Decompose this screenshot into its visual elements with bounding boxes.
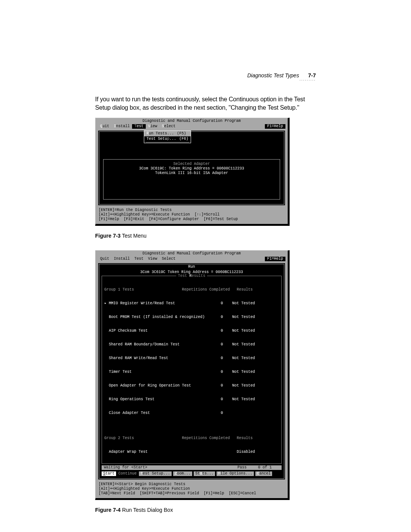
test-dropdown: Run Tests... (F5) Test Setup... (F6) [144,131,191,143]
test-row[interactable]: AIP Checksum Test 0 Not Tested [104,329,279,333]
figure-7-4-screenshot: Diagnostic and Manual Configuration Prog… [95,250,290,500]
test-setup-button[interactable]: Test Setup... [139,471,172,476]
group1-header: Group 1 Tests Repetitions Completed Resu… [104,288,279,292]
menu-quit[interactable]: Quit [98,124,112,129]
group2-header: Group 2 Tests Repetitions Completed Resu… [104,436,279,441]
menu-quit-2[interactable]: Quit [98,257,112,261]
menu-test[interactable]: Test [132,124,146,129]
menu-select[interactable]: Select [159,124,178,129]
status-bar: [ENTER]=Run the Diagnostic Tests [Alt]+<… [96,207,288,222]
figure-7-3-screenshot: Diagnostic and Manual Configuration Prog… [95,118,290,226]
menu-test-2[interactable]: Test [132,257,146,261]
program-title: Diagnostic and Manual Configuration Prog… [96,118,288,124]
waiting-label: Waiting for <Start> [104,465,147,470]
pass-label: Pass [237,465,247,470]
test-row[interactable]: Shared RAM Write/Read Test 0 Not Tested [104,356,279,361]
menu-install-2[interactable]: Install [112,257,132,261]
stats-button[interactable]: Stats... [194,471,215,476]
selected-adapter-label: Selected Adapter [172,162,211,166]
test-row[interactable]: Open Adapter for Ring Operation Test 0 N… [104,383,279,388]
adapter-line-1: 3Com 3C619C: Token Ring Address = 00608C… [106,166,277,171]
page: Diagnostic Test Types 7-7 ········· If y… [0,0,411,532]
status-bar-2: [ENTER]=<Start> Begin Diagnostic Tests [… [96,481,288,497]
main-area: Run Tests... (F5) Test Setup... (F6) Sel… [98,130,285,206]
page-number: 7-7 [308,72,316,78]
action-bar: Start Continue Test Setup... Zoom... Sta… [99,471,284,478]
test-results-box: Test Results Group 1 Tests Repetitions C… [102,276,282,464]
run-dialog-inner: Run 3Com 3C619C Token Ring Address = 006… [99,264,284,479]
continue-button[interactable]: Continue [118,471,137,476]
figure-7-3-caption: Figure 7-3 Test Menu [95,233,316,239]
program-title-2: Diagnostic and Manual Configuration Prog… [96,251,288,257]
file-options-button[interactable]: File Options... [217,471,254,476]
menu-help[interactable]: F1=Help [265,124,285,129]
test-results-table: Group 1 Tests Repetitions Completed Resu… [102,278,281,463]
dropdown-run-tests[interactable]: Run Tests... (F5) [144,131,191,136]
header-title: Diagnostic Test Types [247,72,299,78]
page-header: Diagnostic Test Types 7-7 [247,72,316,78]
zoom-button[interactable]: Zoom... [173,471,192,476]
header-dots: ········· [299,78,316,82]
menu-select-2[interactable]: Select [159,257,178,261]
test-row[interactable]: Ring Operations Test 0 Not Tested [104,397,279,402]
adapter-line-2: TokenLink III 16-bit ISA Adapter [106,171,277,176]
waiting-bar: Waiting for <Start> Pass 0 of 1 [102,465,282,470]
test-row[interactable]: Close Adapter Test 0 [104,411,279,415]
cancel-button[interactable]: Cancel [255,471,272,476]
selected-adapter-box: Selected Adapter 3Com 3C619C: Token Ring… [103,159,280,200]
pass-count: 0 of 1 [258,465,272,470]
test-row[interactable]: ▸ MMIO Register Write/Read Test 0 Not Te… [104,301,279,306]
menu-install[interactable]: Install [112,124,132,129]
body-paragraph: If you want to run the tests continuousl… [95,95,316,112]
menu-view-2[interactable]: View [146,257,159,261]
menu-bar: Quit Install Test View Select F1=Help [96,124,288,129]
test-row[interactable]: Boot PROM Test (If installed & recognize… [104,315,279,320]
test-row[interactable]: Adapter Wrap Test Disabled [104,450,279,454]
test-row[interactable]: Timer Test 0 Not Tested [104,370,279,374]
test-results-label: Test Results [176,274,207,278]
main-area-inner: Run Tests... (F5) Test Setup... (F6) Sel… [99,131,284,204]
menu-help-2[interactable]: F1=Help [265,257,285,261]
start-button[interactable]: Start [102,471,116,476]
menu-bar-2: Quit Install Test View Select F1=Help [96,257,288,262]
test-row[interactable]: Shared RAM Boundary/Domain Test 0 Not Te… [104,342,279,347]
run-dialog: Run 3Com 3C619C Token Ring Address = 006… [98,263,285,480]
run-header: Run [99,264,284,270]
figure-7-4-caption: Figure 7-4 Run Tests Dialog Box [95,507,316,513]
dropdown-test-setup[interactable]: Test Setup... (F6) [144,136,191,142]
menu-view[interactable]: View [146,124,159,129]
